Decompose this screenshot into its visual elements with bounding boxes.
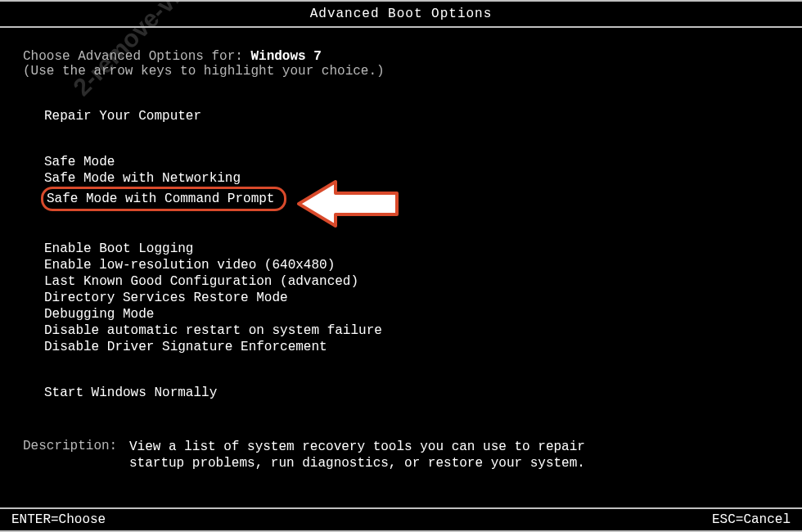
menu-item-disable-restart[interactable]: Disable automatic restart on system fail… <box>41 322 385 339</box>
main-content: Choose Advanced Options for: Windows 7 (… <box>0 28 802 471</box>
description-label: Description: <box>23 439 129 471</box>
menu-item-boot-logging[interactable]: Enable Boot Logging <box>41 241 196 257</box>
description-block: Description: View a list of system recov… <box>23 439 779 471</box>
page-title: Advanced Boot Options <box>310 7 493 21</box>
menu-item-directory-services[interactable]: Directory Services Restore Mode <box>41 290 291 306</box>
menu-item-safe-mode-networking[interactable]: Safe Mode with Networking <box>41 170 244 187</box>
menu-group-normal: Start Windows Normally <box>41 385 779 401</box>
menu-group-safemode: Safe Mode Safe Mode with Networking Safe… <box>41 154 779 211</box>
menu-item-debugging[interactable]: Debugging Mode <box>41 306 157 322</box>
choose-line: Choose Advanced Options for: Windows 7 <box>23 49 779 64</box>
hint-line: (Use the arrow keys to highlight your ch… <box>23 64 779 79</box>
footer-esc-hint: ESC=Cancel <box>712 512 791 527</box>
os-name: Windows 7 <box>250 49 321 64</box>
menu-group-repair: Repair Your Computer <box>41 108 779 124</box>
menu-item-disable-driver-sig[interactable]: Disable Driver Signature Enforcement <box>41 339 331 355</box>
description-text: View a list of system recovery tools you… <box>129 439 588 471</box>
menu-item-start-normally[interactable]: Start Windows Normally <box>41 385 220 401</box>
title-bar: Advanced Boot Options <box>0 0 802 28</box>
menu-item-last-known-good[interactable]: Last Known Good Configuration (advanced) <box>41 273 362 290</box>
menu-item-low-res[interactable]: Enable low-resolution video (640x480) <box>41 257 338 273</box>
menu-group-advanced: Enable Boot Logging Enable low-resolutio… <box>41 241 779 355</box>
menu-item-repair[interactable]: Repair Your Computer <box>41 108 205 124</box>
choose-prefix: Choose Advanced Options for: <box>23 49 250 64</box>
boot-menu: Repair Your Computer Safe Mode Safe Mode… <box>23 108 779 401</box>
footer-bar: ENTER=Choose ESC=Cancel <box>0 507 802 532</box>
menu-item-safe-mode-cmd[interactable]: Safe Mode with Command Prompt <box>41 187 286 211</box>
menu-item-safe-mode[interactable]: Safe Mode <box>41 154 118 170</box>
footer-enter-hint: ENTER=Choose <box>11 512 106 527</box>
